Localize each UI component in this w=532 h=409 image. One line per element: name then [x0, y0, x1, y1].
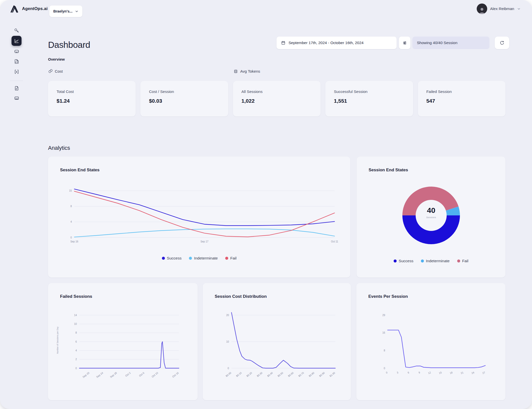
svg-text:0: 0 — [227, 367, 229, 370]
user-name: Alex Reibman — [490, 7, 514, 11]
chevron-down-icon — [517, 7, 520, 11]
svg-text:2: 2 — [75, 358, 77, 361]
bot-icon — [14, 49, 19, 54]
stat-card-all-sessions: All Sessions 1,022 — [233, 81, 321, 116]
stat-label: All Sessions — [241, 89, 312, 94]
user-menu[interactable]: Alex Reibman — [477, 4, 521, 14]
avatar — [477, 4, 487, 14]
brackets-icon — [14, 69, 19, 74]
svg-text:8: 8 — [75, 331, 77, 334]
filter-button[interactable] — [399, 37, 410, 49]
session-count-label: Showing 40/40 Session — [417, 41, 457, 45]
svg-text:3: 3 — [396, 371, 399, 374]
chart-title: Session Cost Distribution — [215, 294, 267, 299]
stat-label: Total Cost — [57, 89, 127, 94]
sidebar-item-sessions[interactable] — [12, 46, 22, 56]
stat-value: 1,551 — [334, 98, 404, 104]
stat-value: $0.03 — [149, 98, 219, 104]
stat-value: $1.24 — [57, 98, 127, 104]
svg-text:6: 6 — [75, 340, 77, 343]
svg-text:8: 8 — [70, 205, 72, 208]
svg-text:$0.20: $0.20 — [246, 371, 253, 377]
svg-text:0: 0 — [75, 367, 77, 370]
token-icon — [233, 69, 238, 74]
stat-cards-row: Total Cost $1.24 Cost / Session $0.03 Al… — [48, 81, 505, 116]
svg-text:18: 18 — [449, 371, 453, 374]
session-end-states-donut-chart — [399, 183, 464, 248]
stat-card-total-cost: Total Cost $1.24 — [48, 81, 136, 116]
svg-text:21: 21 — [460, 371, 464, 374]
project-selector[interactable]: Braelyn's... — [49, 6, 82, 17]
svg-text:29: 29 — [382, 314, 385, 317]
svg-text:14: 14 — [74, 314, 77, 317]
brand: AgentOps.ai — [10, 4, 48, 14]
svg-text:$0.00: $0.00 — [225, 371, 232, 377]
svg-text:Oct 11: Oct 11 — [331, 240, 338, 243]
chart-title: Session End States — [369, 168, 408, 173]
coins-icon — [48, 69, 53, 74]
sidebar-item-dashboard[interactable] — [12, 36, 22, 46]
session-cost-distribution-card: Session Cost Distribution 01020$0.00$0.1… — [203, 283, 351, 400]
sidebar-item-traces[interactable] — [12, 56, 22, 66]
chevron-down-icon — [75, 10, 78, 13]
session-cost-distribution-chart: 01020$0.00$0.10$0.20$0.30$0.40$0.50$0.60… — [209, 307, 344, 392]
robot-card-icon — [14, 95, 19, 101]
stat-value: 547 — [426, 98, 497, 104]
date-range-picker[interactable]: September 17th, 2024 - October 16th, 202… — [277, 37, 397, 49]
failed-sessions-chart: 024681014Sep 20Sep 24Sep 28Oct 2Oct 6Oct… — [54, 307, 189, 392]
svg-text:$0.70: $0.70 — [298, 371, 305, 377]
svg-text:Oct 2: Oct 2 — [125, 371, 131, 377]
svg-text:Sep 20: Sep 20 — [82, 371, 90, 378]
svg-text:Sep 16: Sep 16 — [70, 240, 78, 243]
svg-text:Oct 6: Oct 6 — [138, 371, 145, 377]
svg-text:16: 16 — [382, 331, 385, 334]
chart-title: Session End States — [60, 168, 100, 173]
top-bar: AgentOps.ai Braelyn's... Alex Reibman — [0, 0, 532, 18]
sidebar-item-keys[interactable] — [12, 26, 22, 36]
svg-text:6: 6 — [407, 371, 410, 374]
stat-label: Cost / Session — [149, 89, 219, 94]
svg-text:Sep 28: Sep 28 — [109, 371, 117, 378]
stat-card-failed-session: Failed Session 547 — [418, 81, 505, 116]
svg-text:Sep 17: Sep 17 — [200, 240, 208, 243]
project-selector-label: Braelyn's... — [53, 9, 73, 13]
stat-label: Successful Session — [334, 89, 404, 94]
sliders-icon — [402, 41, 407, 45]
code-file-icon — [14, 59, 19, 64]
svg-text:Oct 10: Oct 10 — [151, 371, 159, 378]
tab-avg-tokens-label: Avg Tokens — [240, 69, 260, 74]
refresh-button[interactable] — [495, 37, 509, 49]
svg-text:20: 20 — [226, 314, 229, 317]
svg-text:Number of Sessions per Day: Number of Sessions per Day — [56, 326, 59, 354]
analytics-section-label: Analytics — [48, 145, 70, 151]
svg-text:$0.50: $0.50 — [277, 371, 284, 377]
overview-section-label: Overview — [48, 57, 65, 61]
file-icon — [14, 86, 19, 91]
sidebar-item-deploy[interactable] — [12, 67, 22, 77]
sidebar-item-playground[interactable] — [12, 93, 22, 103]
tab-cost-label: Cost — [55, 69, 63, 74]
svg-text:10: 10 — [74, 323, 77, 325]
agentops-logo-icon — [10, 4, 19, 14]
svg-text:8: 8 — [384, 349, 385, 352]
failed-sessions-card: Failed Sessions 024681014Sep 20Sep 24Sep… — [48, 283, 198, 400]
key-icon — [14, 28, 19, 33]
legend-item-indeterminate: Indeterminate — [189, 256, 218, 260]
legend-dot — [225, 257, 228, 260]
svg-text:27: 27 — [482, 371, 485, 374]
legend-dot — [457, 259, 460, 262]
svg-text:$1.00: $1.00 — [329, 371, 336, 377]
svg-text:10: 10 — [226, 340, 229, 343]
svg-text:Oct 16: Oct 16 — [172, 371, 179, 378]
svg-text:$0.60: $0.60 — [288, 371, 294, 377]
chart-title: Failed Sessions — [60, 294, 92, 299]
page-title: Dashboard — [48, 40, 90, 50]
legend-item-success: Success — [394, 259, 413, 263]
tab-cost[interactable]: Cost — [48, 69, 63, 74]
stat-card-cost-per-session: Cost / Session $0.03 — [140, 81, 228, 116]
refresh-icon — [500, 41, 504, 45]
svg-text:$0.90: $0.90 — [319, 371, 325, 377]
tab-avg-tokens[interactable]: Avg Tokens — [233, 69, 260, 74]
sidebar-item-docs[interactable] — [12, 83, 22, 93]
svg-text:24: 24 — [471, 371, 475, 374]
